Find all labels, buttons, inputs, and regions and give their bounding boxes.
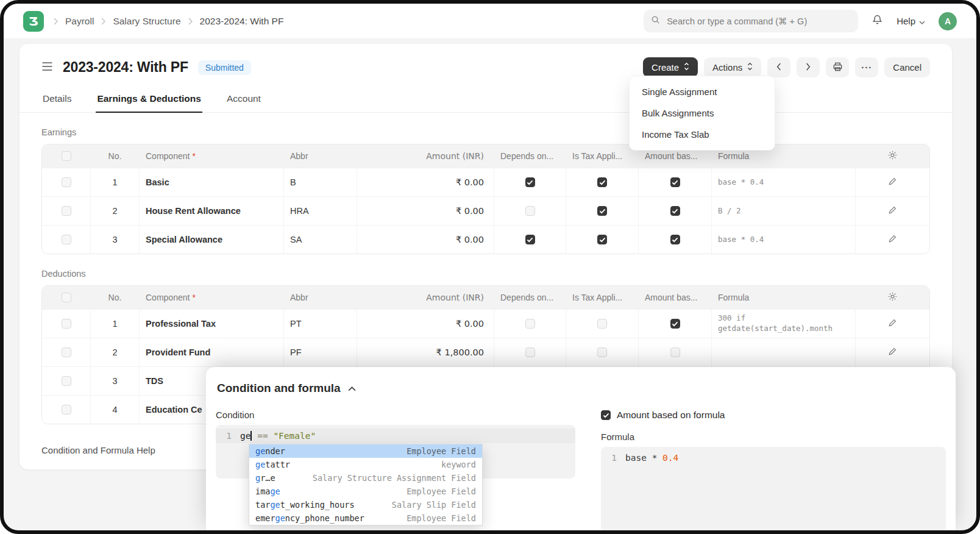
avatar[interactable]: A: [939, 12, 957, 30]
formula-cell[interactable]: base * 0.4: [712, 226, 856, 254]
chevron-right-icon: [188, 18, 193, 25]
component-cell[interactable]: Provident Fund: [140, 338, 284, 366]
required-mark: *: [192, 293, 195, 302]
edit-row-pencil-icon[interactable]: [888, 347, 897, 358]
cancel-button[interactable]: Cancel: [884, 57, 930, 77]
tax-applicable-checkbox[interactable]: [597, 177, 607, 187]
breadcrumb-current-doc[interactable]: 2023-2024: With PF: [200, 16, 284, 27]
amount-based-on-formula-label: Amount based on formula: [617, 410, 725, 421]
amount-cell[interactable]: ₹ 1,800.00: [357, 338, 494, 366]
row-select-checkbox[interactable]: [62, 235, 71, 244]
formula-code-editor[interactable]: 1 base * 0.4: [601, 447, 946, 530]
abbr-cell[interactable]: PT: [284, 310, 357, 338]
tax-applicable-checkbox[interactable]: [597, 319, 607, 329]
autocomplete-option[interactable]: target_working_hours Salary Slip Field: [249, 498, 482, 511]
component-cell[interactable]: Basic: [140, 168, 284, 196]
amount-cell[interactable]: ₹ 0.00: [357, 197, 494, 225]
prev-document-button[interactable]: [767, 57, 790, 77]
formula-cell[interactable]: B / 2: [712, 197, 856, 225]
formula-cell[interactable]: base * 0.4: [712, 168, 856, 196]
tab-account[interactable]: Account: [225, 87, 262, 112]
formula-cell[interactable]: 300 if getdate(start_date).month: [712, 310, 856, 338]
amount-based-checkbox[interactable]: [670, 235, 680, 244]
tax-applicable-checkbox[interactable]: [597, 206, 607, 216]
col-no: No.: [91, 144, 140, 168]
tax-applicable-checkbox[interactable]: [597, 235, 607, 244]
app-logo-icon[interactable]: Ʒ: [23, 11, 44, 32]
status-badge: Submitted: [198, 60, 251, 75]
row-select-checkbox[interactable]: [62, 319, 71, 329]
row-select-checkbox[interactable]: [62, 405, 71, 415]
autocomplete-option[interactable]: gender Employee Field: [249, 444, 482, 458]
autocomplete-option[interactable]: gr…e Salary Structure Assignment Field: [249, 471, 482, 485]
depends-on-checkbox[interactable]: [525, 347, 535, 357]
col-amount-based: Amount bas...: [639, 286, 712, 309]
row-select-checkbox[interactable]: [62, 376, 71, 386]
global-search[interactable]: [644, 10, 858, 32]
select-all-checkbox[interactable]: [62, 151, 71, 161]
next-document-button[interactable]: [797, 57, 820, 77]
abbr-cell[interactable]: HRA: [284, 197, 357, 225]
more-options-button[interactable]: ···: [855, 57, 878, 77]
amount-cell[interactable]: ₹ 0.00: [357, 310, 494, 338]
col-is-tax-applicable: Is Tax Appli...: [566, 144, 639, 168]
autocomplete-option[interactable]: emergency_phone_number Employee Field: [249, 511, 482, 525]
notification-bell-icon[interactable]: [872, 14, 883, 28]
search-icon: [651, 15, 660, 27]
amount-based-checkbox[interactable]: [670, 319, 680, 329]
row-index: 3: [91, 226, 140, 254]
tab-earnings-deductions[interactable]: Earnings & Deductions: [96, 87, 202, 113]
menu-item-bulk-assignments[interactable]: Bulk Assignments: [634, 102, 770, 124]
abbr-cell[interactable]: B: [284, 168, 357, 196]
amount-based-checkbox[interactable]: [670, 347, 680, 357]
col-depends-on: Depends on...: [494, 286, 566, 309]
tab-bar: Details Earnings & Deductions Account: [20, 87, 952, 113]
create-button[interactable]: Create: [643, 57, 698, 77]
table-row: 2 House Rent Allowance HRA ₹ 0.00 B / 2: [42, 196, 929, 225]
row-select-checkbox[interactable]: [62, 206, 71, 216]
breadcrumb-salary-structure[interactable]: Salary Structure: [113, 16, 180, 27]
depends-on-checkbox[interactable]: [525, 177, 535, 187]
edit-row-pencil-icon[interactable]: [888, 234, 897, 245]
sidebar-toggle-icon[interactable]: [41, 62, 53, 73]
depends-on-checkbox[interactable]: [525, 206, 535, 216]
menu-item-single-assignment[interactable]: Single Assignment: [634, 81, 770, 102]
autocomplete-dropdown: gender Employee Field getattr keyword gr…: [249, 444, 483, 525]
component-cell[interactable]: Professional Tax: [140, 310, 284, 338]
col-amount: Amount (INR): [357, 286, 494, 309]
abbr-cell[interactable]: PF: [284, 338, 357, 366]
select-all-checkbox[interactable]: [62, 293, 71, 302]
help-menu[interactable]: Help: [897, 16, 925, 26]
component-cell[interactable]: House Rent Allowance: [140, 197, 284, 225]
chevron-up-icon[interactable]: [348, 383, 356, 394]
abbr-cell[interactable]: SA: [284, 226, 357, 254]
print-button[interactable]: [826, 57, 849, 77]
depends-on-checkbox[interactable]: [525, 235, 535, 244]
row-select-checkbox[interactable]: [62, 177, 71, 187]
amount-based-checkbox[interactable]: [670, 206, 680, 216]
depends-on-checkbox[interactable]: [525, 319, 535, 329]
grid-header-row: No. Component* Abbr Amount (INR) Depends…: [42, 144, 929, 168]
edit-row-pencil-icon[interactable]: [888, 205, 897, 216]
amount-cell[interactable]: ₹ 0.00: [357, 226, 494, 254]
row-select-checkbox[interactable]: [62, 347, 71, 357]
actions-button[interactable]: Actions: [704, 57, 761, 77]
tax-applicable-checkbox[interactable]: [597, 347, 607, 357]
earnings-section-label: Earnings: [41, 127, 930, 137]
row-index: 4: [91, 396, 140, 424]
edit-row-pencil-icon[interactable]: [888, 318, 897, 329]
grid-settings-gear-icon[interactable]: [887, 291, 898, 304]
autocomplete-option[interactable]: image Employee Field: [249, 485, 482, 498]
tab-details[interactable]: Details: [41, 87, 73, 112]
grid-settings-gear-icon[interactable]: [887, 150, 898, 162]
search-input[interactable]: [666, 16, 851, 27]
amount-cell[interactable]: ₹ 0.00: [357, 168, 494, 196]
menu-item-income-tax-slab[interactable]: Income Tax Slab: [634, 124, 770, 145]
formula-cell[interactable]: [712, 338, 856, 366]
component-cell[interactable]: Special Allowance: [140, 226, 284, 254]
edit-row-pencil-icon[interactable]: [888, 177, 897, 188]
amount-based-checkbox[interactable]: [670, 177, 680, 187]
amount-based-on-formula-checkbox[interactable]: [601, 410, 611, 420]
autocomplete-option[interactable]: getattr keyword: [249, 458, 482, 471]
breadcrumb-payroll[interactable]: Payroll: [65, 16, 94, 27]
